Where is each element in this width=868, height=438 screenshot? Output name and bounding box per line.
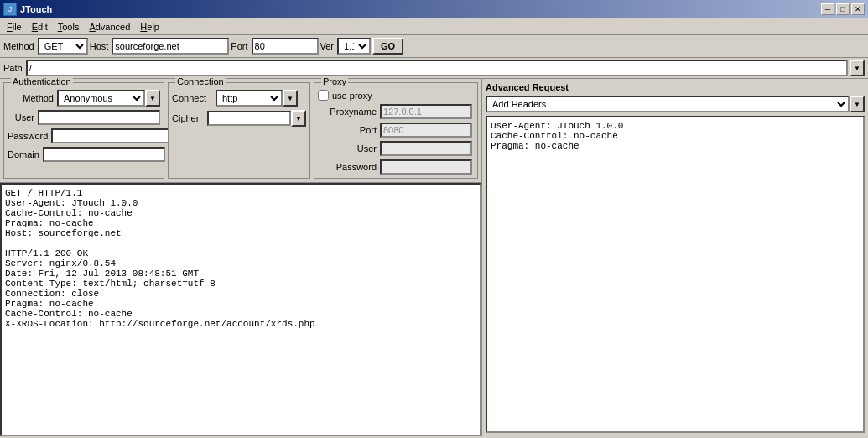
advanced-request-title: Advanced Request <box>486 82 865 92</box>
ver-select[interactable]: 1.1 1.0 <box>337 38 371 55</box>
conn-cipher-dropdown-icon[interactable]: ▼ <box>291 110 306 127</box>
authentication-title: Authentication <box>11 76 73 86</box>
close-button[interactable]: ✕ <box>851 3 865 15</box>
path-label: Path <box>3 63 23 73</box>
menu-edit[interactable]: Edit <box>27 20 53 34</box>
proxy-user-input[interactable] <box>380 141 472 156</box>
auth-method-row: Method Anonymous Basic Digest NTLM ▼ <box>8 90 160 107</box>
path-dropdown-button[interactable]: ▼ <box>850 60 865 76</box>
conn-cipher-row: Cipher ▼ <box>172 110 306 127</box>
conn-cipher-input[interactable] <box>207 111 291 126</box>
auth-password-input[interactable] <box>51 128 174 143</box>
proxy-user-row: User <box>318 141 474 156</box>
headers-container: User-Agent: JTouch 1.0.0 Cache-Control: … <box>486 116 865 433</box>
auth-user-input[interactable] <box>38 110 160 125</box>
left-panel: Authentication Method Anonymous Basic Di… <box>0 79 482 436</box>
minimize-button[interactable]: ─ <box>821 3 834 15</box>
main-content: Authentication Method Anonymous Basic Di… <box>0 79 868 436</box>
proxy-password-row: Password <box>318 159 474 175</box>
use-proxy-row: use proxy <box>318 90 474 101</box>
proxy-group: Proxy use proxy Proxyname Port <box>314 82 478 179</box>
host-label: Host <box>90 41 109 51</box>
connection-title: Connection <box>175 76 226 86</box>
method-select[interactable]: GET POST PUT DELETE HEAD <box>38 38 88 55</box>
conn-connect-dropdown-icon[interactable]: ▼ <box>283 90 298 107</box>
host-input[interactable] <box>112 38 229 55</box>
app-title: JTouch <box>20 4 52 14</box>
app-icon: J <box>3 3 17 16</box>
toolbar: Method GET POST PUT DELETE HEAD Host Por… <box>0 35 868 58</box>
connection-group: Connection Connect http https ▼ Cipher <box>168 82 310 179</box>
auth-domain-input[interactable] <box>43 147 165 162</box>
advanced-request-panel: Advanced Request Add Headers ▼ User-Agen… <box>482 79 868 436</box>
proxy-name-input[interactable] <box>380 104 472 119</box>
path-input[interactable] <box>26 60 848 76</box>
add-headers-dropdown-icon[interactable]: ▼ <box>850 96 865 112</box>
port-label: Port <box>231 41 247 51</box>
proxy-port-row: Port <box>318 123 474 138</box>
menu-help[interactable]: Help <box>135 20 164 34</box>
maximize-button[interactable]: □ <box>836 3 850 15</box>
auth-method-select[interactable]: Anonymous Basic Digest NTLM <box>57 90 145 107</box>
auth-method-dropdown-icon[interactable]: ▼ <box>145 90 160 107</box>
use-proxy-checkbox[interactable] <box>318 90 329 101</box>
proxy-name-row: Proxyname <box>318 104 474 119</box>
auth-domain-row: Domain <box>8 147 160 162</box>
conn-connect-row: Connect http https ▼ <box>172 90 306 107</box>
path-row: Path ▼ <box>0 58 868 79</box>
menu-bar: File Edit Tools Advanced Help <box>0 18 868 35</box>
add-headers-row: Add Headers ▼ <box>486 96 865 112</box>
proxy-title: Proxy <box>321 76 348 86</box>
conn-connect-select[interactable]: http https <box>216 90 283 107</box>
auth-password-row: Password <box>8 128 160 143</box>
go-button[interactable]: GO <box>372 38 403 55</box>
window-controls: ─ □ ✕ <box>821 3 865 15</box>
response-area: GET / HTTP/1.1 User-Agent: JTouch 1.0.0 … <box>0 183 481 436</box>
settings-area: Authentication Method Anonymous Basic Di… <box>0 79 481 183</box>
title-bar: J JTouch ─ □ ✕ <box>0 0 868 18</box>
proxy-password-input[interactable] <box>380 159 472 175</box>
menu-advanced[interactable]: Advanced <box>84 20 135 34</box>
ver-label: Ver <box>320 41 335 51</box>
method-label: Method <box>3 41 34 51</box>
auth-password-label: Password <box>8 131 48 141</box>
menu-tools[interactable]: Tools <box>53 20 85 34</box>
proxy-user-label: User <box>318 143 377 154</box>
port-input[interactable] <box>252 38 319 55</box>
proxy-name-label: Proxyname <box>318 107 377 117</box>
auth-user-row: User <box>8 110 160 125</box>
auth-domain-label: Domain <box>8 149 39 159</box>
proxy-port-label: Port <box>318 125 377 135</box>
auth-user-label: User <box>8 112 34 123</box>
proxy-password-label: Password <box>318 162 377 172</box>
conn-cipher-label: Cipher <box>172 113 204 123</box>
use-proxy-label: use proxy <box>332 91 372 101</box>
conn-connect-label: Connect <box>172 93 212 103</box>
auth-method-label: Method <box>8 93 54 103</box>
menu-file[interactable]: File <box>2 20 27 34</box>
authentication-group: Authentication Method Anonymous Basic Di… <box>3 82 164 179</box>
proxy-port-input[interactable] <box>380 123 472 138</box>
headers-textarea[interactable]: User-Agent: JTouch 1.0.0 Cache-Control: … <box>486 116 865 433</box>
add-headers-select[interactable]: Add Headers <box>486 96 850 112</box>
